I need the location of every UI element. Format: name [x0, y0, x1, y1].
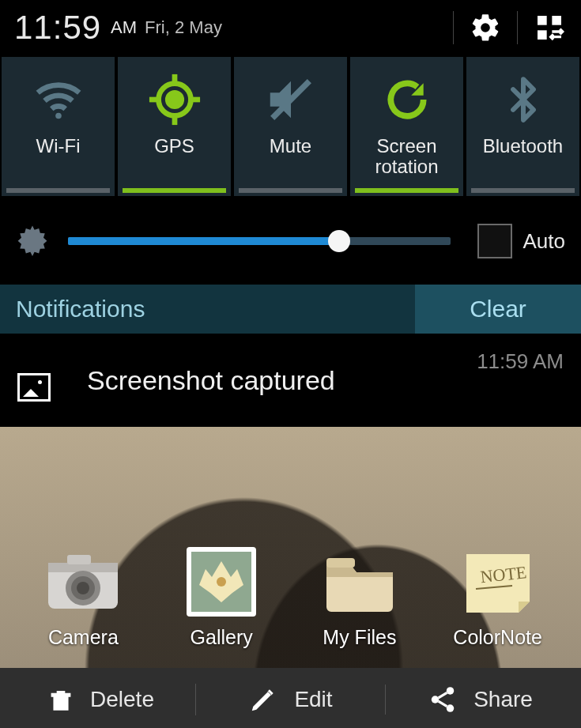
app-colornote[interactable]: NOTE ColorNote: [439, 550, 557, 649]
edit-button[interactable]: Edit: [196, 685, 386, 715]
action-label: Delete: [90, 687, 154, 712]
svg-rect-20: [326, 558, 355, 568]
quick-toggles: Wi-Fi GPS Mute Scree: [0, 55, 581, 198]
svg-point-3: [55, 113, 62, 119]
folder-icon: [322, 550, 398, 613]
note-icon: NOTE: [460, 550, 536, 613]
svg-point-5: [168, 92, 182, 107]
share-button[interactable]: Share: [386, 685, 575, 715]
app-label: Camera: [48, 626, 119, 649]
svg-point-19: [217, 577, 226, 587]
status-date: Fri, 2 May: [145, 17, 222, 38]
svg-point-25: [447, 704, 455, 712]
notifications-header: Notifications Clear: [0, 285, 581, 334]
brightness-slider[interactable]: [68, 237, 451, 245]
slider-thumb[interactable]: [328, 230, 350, 252]
toggle-indicator: [239, 188, 342, 193]
toggle-rotation[interactable]: Screen rotation: [350, 57, 463, 196]
app-camera[interactable]: Camera: [24, 550, 142, 649]
settings-icon[interactable]: [468, 10, 503, 45]
status-bar: 11:59 AM Fri, 2 May: [0, 0, 581, 55]
app-label: My Files: [323, 626, 396, 649]
share-icon: [428, 685, 458, 715]
auto-brightness-checkbox[interactable]: [477, 224, 512, 258]
toggle-label: Screen rotation: [350, 136, 463, 178]
toggle-indicator: [6, 188, 110, 193]
pencil-icon: [248, 685, 278, 715]
mute-icon: [263, 68, 319, 131]
notification-time: 11:59 AM: [477, 349, 564, 374]
divider: [453, 11, 454, 44]
toggle-indicator: [471, 188, 575, 193]
notification-item[interactable]: Screenshot captured 11:59 AM: [0, 334, 581, 427]
svg-rect-0: [538, 16, 547, 25]
app-myfiles[interactable]: My Files: [300, 550, 419, 649]
camera-icon: [45, 550, 121, 613]
svg-point-16: [77, 582, 89, 594]
toggle-indicator: [123, 188, 226, 193]
gallery-icon: [183, 550, 259, 613]
auto-brightness-label: Auto: [523, 229, 566, 254]
home-screen: Camera Gallery My Files: [0, 427, 581, 668]
status-ampm: AM: [111, 17, 137, 38]
gps-icon: [147, 68, 202, 131]
svg-point-23: [447, 687, 455, 695]
toggle-label: Wi-Fi: [35, 136, 82, 157]
image-icon: [17, 373, 51, 402]
divider: [517, 11, 518, 44]
slider-fill: [68, 237, 339, 245]
rotation-icon: [383, 68, 432, 131]
action-label: Share: [473, 687, 533, 712]
toggle-label: Bluetooth: [481, 136, 564, 157]
notification-title: Screenshot captured: [87, 365, 477, 396]
toggle-label: GPS: [153, 136, 196, 157]
toggle-gps[interactable]: GPS: [118, 57, 231, 196]
notifications-title: Notifications: [0, 285, 415, 334]
app-gallery[interactable]: Gallery: [162, 550, 281, 649]
app-label: Gallery: [191, 626, 253, 649]
app-label: ColorNote: [453, 626, 542, 649]
wifi-icon: [31, 68, 86, 131]
status-time: 11:59: [14, 9, 101, 47]
delete-button[interactable]: Delete: [6, 684, 196, 715]
trash-icon: [47, 684, 74, 715]
toggle-wifi[interactable]: Wi-Fi: [2, 57, 115, 196]
svg-rect-1: [552, 16, 561, 25]
svg-point-24: [432, 696, 440, 703]
toggle-mute[interactable]: Mute: [234, 57, 347, 196]
svg-rect-2: [538, 30, 547, 40]
toggle-bluetooth[interactable]: Bluetooth: [466, 57, 579, 196]
clear-button[interactable]: Clear: [415, 285, 581, 334]
bluetooth-icon: [499, 68, 548, 131]
brightness-row: Auto: [0, 198, 581, 285]
quick-panel-icon[interactable]: [532, 10, 567, 45]
toggle-indicator: [355, 188, 458, 193]
action-label: Edit: [294, 687, 332, 712]
brightness-gear-icon[interactable]: [16, 223, 49, 259]
toggle-label: Mute: [268, 136, 313, 157]
action-bar: Delete Edit Share: [0, 668, 581, 728]
svg-rect-13: [67, 555, 91, 564]
